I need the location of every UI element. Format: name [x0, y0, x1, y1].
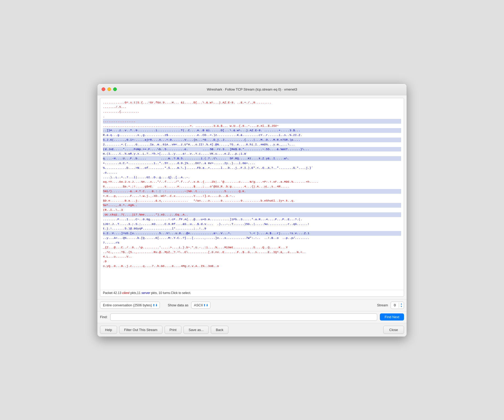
stream-line: q....-H....U...F..b..... ....m..?.B.5...… [103, 156, 401, 161]
stream-line: ..^c.,....?$..{5..,.........Ru.@..MyZ._?… [103, 250, 401, 255]
bottom-bar: Help Filter Out This Stream Print Save a… [97, 323, 407, 337]
stream-line: t.j.!.......5.)@.8GyqP................l*… [103, 226, 401, 231]
stream-arrows: ▲ ▼ [399, 303, 404, 308]
stream-line: ........F....I....C~..0.0g..........!.cF… [103, 217, 401, 222]
stream-increment-button[interactable]: ▲ [399, 303, 404, 305]
find-input[interactable] [110, 313, 377, 321]
stream-display[interactable]: ............G=.s.t|S.{...!6r.fGo.9....H.… [100, 98, 404, 290]
minimize-button[interactable] [107, 87, 111, 91]
filter-out-button[interactable]: Filter Out This Stream [119, 326, 162, 334]
stream-label: Stream [377, 303, 388, 307]
stream-line: S.J.6(......,0.i=-.....ajrR....X...=.0..… [103, 138, 401, 142]
stream-line: 4.L...u......V.. [103, 254, 401, 259]
stream-line: $D.e........B.a...j..........&.x,.......… [103, 198, 401, 203]
stream-line: ..y...A<...Q%......b.[Q......K[.....M:.Y… [103, 236, 401, 240]
print-button[interactable]: Print [165, 326, 182, 334]
traffic-lights [102, 87, 117, 91]
show-data-label: Show data as [168, 303, 188, 307]
stream-line: 5Hi/}.........-&..#.T.C....B.:.| .:.....… [103, 189, 401, 194]
stream-line: +.K...p,.......F....!.w.j._.XD..WS^..C.x… [103, 194, 401, 198]
stream-line: ....)..L..^..7...l|.....GI..D..g....Q}..… [103, 175, 401, 180]
stream-line: ......./.5... [103, 105, 401, 109]
stream-line: .................. [103, 119, 401, 124]
data-format-dropdown[interactable]: ASCII [191, 302, 211, 309]
stream-line: 2.........+.{.....G.......Ia..m..6iA..vH… [103, 142, 401, 147]
stream-line: ..]}#....z..v..T..9..........i..........… [103, 128, 401, 133]
conversation-dropdown-wrapper: Entire conversation (2506 bytes) ⬆⬇ [100, 302, 160, 309]
close-window-button[interactable] [102, 87, 105, 91]
window-title: Wireshark · Follow TCP Stream (tcp.strea… [207, 87, 297, 91]
stream-decrement-button[interactable]: ▼ [399, 305, 404, 308]
titlebar: Wireshark · Follow TCP Stream (tcp.strea… [97, 84, 407, 95]
stream-line: o.yQ..0...0..j.c......q....7..h.G6....8.… [103, 264, 401, 269]
stream-line: .........{.......... [103, 109, 401, 114]
server-label: server [141, 291, 150, 295]
stream-line: .D [103, 259, 401, 264]
stream-line: ........................................… [103, 124, 401, 128]
status-bar: Packet 42.13 client pkts,11 server pkts,… [100, 290, 404, 296]
close-button[interactable]: Close [383, 326, 404, 334]
client-label: client [122, 291, 129, 295]
stream-line: ............G=.s.t|S.{...!6r.fGo.9....H.… [103, 100, 401, 105]
find-next-button[interactable]: Find Next [380, 313, 404, 321]
stream-line: 6..........$a.=.;!.....g$#E. ....s......… [103, 184, 401, 189]
stream-line: .o...... [103, 170, 401, 175]
controls-row: Entire conversation (2506 bytes) ⬆⬇ Show… [97, 299, 407, 311]
stream-line: _{Z...@...C../..8...\p.........'.....>..… [103, 245, 401, 250]
stream-value: 0 [391, 303, 399, 307]
find-row: Find: Find Next [97, 311, 407, 323]
stream-line: +........o.C.^..............1.."..5Y....… [103, 161, 401, 166]
back-button[interactable]: Back [211, 326, 228, 334]
data-format-dropdown-wrapper: ASCII ⬆⬇ [191, 302, 211, 309]
stream-line: .Uc.ckq1..7(....ji7.%ne......*).xG...;..… [103, 212, 401, 217]
maximize-button[interactable] [113, 87, 117, 91]
main-window: Wireshark · Follow TCP Stream (tcp.strea… [97, 83, 407, 337]
stream-line: . [103, 114, 401, 119]
stream-line: m.(3.....t..%.wR.y.x..L.?..=h.>[....1..y… [103, 151, 401, 156]
stream-spinner: 0 ▲ ▼ [391, 302, 404, 309]
stream-line: %............D....>N...of.........*.S...… [103, 166, 401, 170]
stream-line: aq.=Y....Oo.2.v.J....%H...x..."/..f.....… [103, 180, 401, 184]
stream-line: R.a.q...g..........x.,g...........z$....… [103, 133, 401, 138]
find-label: Find: [100, 315, 108, 319]
stream-line: (d.JxE.....*.....FoNp.>+.F....\b..5.....… [103, 147, 401, 152]
stream-line: (R..I..\..3 [103, 208, 401, 212]
stream-line: %v^...._.0.^..#gN.. [103, 203, 401, 208]
help-button[interactable]: Help [100, 326, 117, 334]
save-as-button[interactable]: Save as... [183, 326, 209, 334]
conversation-dropdown[interactable]: Entire conversation (2506 bytes) [100, 302, 160, 309]
stream-content-box: ............G=.s.t|S.{...!6r.fGo.9....H.… [100, 98, 404, 297]
stream-line: 1J0!.J..T.....3.;.S.;......m3.....C.9.Rf… [103, 222, 401, 227]
stream-line: s.2..V....]=uS.[u..............5...V!...… [103, 231, 401, 236]
stream-line: 7......r% [103, 240, 401, 245]
